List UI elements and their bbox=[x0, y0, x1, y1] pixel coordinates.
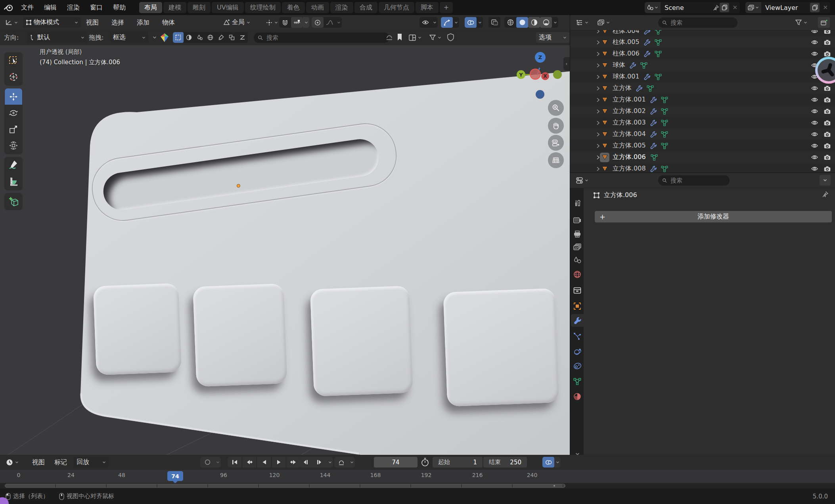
mesh-data-icon[interactable] bbox=[661, 166, 668, 172]
gizmo-axis-x[interactable]: X bbox=[541, 72, 549, 80]
outliner-row[interactable]: 球体.001 bbox=[570, 71, 835, 82]
autokey-record-button[interactable] bbox=[200, 457, 214, 468]
viewport-camera-button[interactable] bbox=[548, 135, 564, 151]
hide-eye-icon[interactable] bbox=[811, 97, 818, 102]
hide-eye-icon[interactable] bbox=[811, 166, 818, 171]
modifier-wrench-icon[interactable] bbox=[643, 73, 651, 80]
timeline-overlay-dropdown[interactable] bbox=[554, 457, 561, 468]
bookmark-icon[interactable] bbox=[396, 33, 403, 41]
modifier-wrench-icon[interactable] bbox=[636, 85, 643, 92]
render-visibility-icon[interactable] bbox=[824, 120, 831, 126]
direction-dropdown[interactable]: 默认 bbox=[27, 32, 87, 43]
tab-scene[interactable] bbox=[571, 254, 584, 266]
tab-physics[interactable] bbox=[571, 345, 584, 358]
brush-icon[interactable] bbox=[216, 32, 226, 43]
expand-icon[interactable] bbox=[596, 75, 600, 79]
hide-eye-icon[interactable] bbox=[811, 109, 818, 114]
render-visibility-icon[interactable] bbox=[824, 97, 831, 103]
expand-icon[interactable] bbox=[596, 109, 600, 114]
workspace-tab-modeling[interactable]: 建模 bbox=[163, 2, 186, 13]
outliner-row[interactable]: 立方体.005 bbox=[570, 140, 835, 151]
sidebar-collapse-tab[interactable]: ‹ bbox=[563, 57, 570, 71]
keying-arch-button[interactable] bbox=[334, 457, 349, 468]
outliner-row[interactable]: 立方体.001 bbox=[570, 94, 835, 105]
jump-to-start-button[interactable] bbox=[228, 457, 242, 468]
tool-search-input[interactable] bbox=[266, 34, 385, 42]
render-visibility-icon[interactable] bbox=[824, 109, 831, 114]
overlays-dropdown[interactable] bbox=[477, 17, 483, 28]
menu-file[interactable]: 文件 bbox=[16, 2, 39, 13]
expand-icon[interactable] bbox=[596, 30, 600, 34]
drag-dropdown[interactable]: 框选 bbox=[110, 32, 148, 43]
gizmo-axis-x-front[interactable] bbox=[530, 69, 541, 80]
shading-rendered-button[interactable] bbox=[540, 17, 552, 28]
tool-add-cube[interactable] bbox=[5, 193, 22, 209]
tab-output[interactable] bbox=[571, 228, 584, 240]
shading-material-button[interactable] bbox=[528, 17, 540, 28]
viewlayer-remove-button[interactable]: ✕ bbox=[820, 4, 830, 11]
modifier-wrench-icon[interactable] bbox=[650, 131, 657, 138]
modifier-wrench-icon[interactable] bbox=[650, 119, 657, 126]
tool-rotate[interactable] bbox=[5, 105, 22, 121]
viewlayer-browse-button[interactable] bbox=[745, 2, 761, 13]
expand-icon[interactable] bbox=[596, 63, 600, 68]
gem-tool-icon[interactable] bbox=[160, 33, 169, 42]
hide-eye-icon[interactable] bbox=[811, 132, 818, 137]
timeline-menu-playback[interactable]: 回放 bbox=[74, 457, 109, 468]
gizmo-dropdown[interactable] bbox=[453, 17, 459, 28]
tab-material[interactable] bbox=[571, 390, 584, 403]
editor-type-properties-button[interactable] bbox=[573, 175, 591, 186]
snap-magnet-toggle[interactable] bbox=[279, 17, 291, 28]
snap-dropdown[interactable] bbox=[303, 17, 309, 28]
modifier-wrench-icon[interactable] bbox=[650, 96, 657, 103]
render-visibility-icon[interactable] bbox=[824, 86, 831, 91]
tool-annotate[interactable] bbox=[5, 157, 22, 173]
viewlayer-new-copy-button[interactable] bbox=[810, 3, 820, 12]
pin-id-icon[interactable] bbox=[822, 191, 828, 197]
autokey-dropdown[interactable] bbox=[214, 457, 221, 468]
sphere-half-icon[interactable] bbox=[184, 32, 194, 43]
tab-view-layer[interactable] bbox=[571, 241, 584, 253]
tool-measure[interactable] bbox=[5, 173, 22, 190]
editor-type-3dviewport-button[interactable] bbox=[2, 17, 21, 28]
prev-keyframe-button[interactable] bbox=[242, 457, 257, 468]
hide-eye-icon[interactable] bbox=[811, 40, 818, 45]
timeline-ruler[interactable]: 0 24 48 96 120 144 168 192 216 240 74 bbox=[0, 470, 835, 483]
step-forward-button[interactable] bbox=[312, 457, 327, 468]
mesh-data-icon[interactable] bbox=[655, 30, 662, 34]
tab-render[interactable] bbox=[571, 214, 584, 226]
workspace-tab-scripting[interactable]: 脚本 bbox=[416, 2, 439, 13]
tab-modifiers[interactable] bbox=[571, 314, 584, 327]
show-hide-button[interactable] bbox=[419, 17, 431, 28]
modifier-wrench-icon[interactable] bbox=[643, 30, 651, 35]
workspace-tab-rendering[interactable]: 渲染 bbox=[330, 2, 353, 13]
viewlayer-name-field[interactable]: ViewLayer bbox=[761, 4, 809, 11]
modifier-wrench-icon[interactable] bbox=[643, 39, 651, 46]
menu-help[interactable]: 帮助 bbox=[108, 2, 131, 13]
workspace-tab-texture-paint[interactable]: 纹理绘制 bbox=[245, 2, 281, 13]
blender-logo[interactable] bbox=[4, 4, 13, 11]
tool-extra-dropdown[interactable] bbox=[151, 32, 158, 43]
workspace-tab-layout[interactable]: 布局 bbox=[139, 2, 162, 13]
globe-icon[interactable] bbox=[205, 32, 216, 43]
mesh-data-icon[interactable] bbox=[640, 62, 647, 69]
mesh-data-icon[interactable] bbox=[661, 131, 668, 138]
shading-wireframe-button[interactable] bbox=[504, 17, 516, 28]
viewport-3d[interactable]: 用户透视 (局部) (74) Collection | 立方体.006 bbox=[0, 45, 570, 455]
properties-search-input[interactable] bbox=[670, 176, 726, 184]
outliner-row[interactable]: 柱体.006 bbox=[570, 48, 835, 59]
expand-icon[interactable] bbox=[596, 98, 600, 102]
outliner-row[interactable]: 立方体.004 bbox=[570, 128, 835, 140]
modifier-wrench-icon[interactable] bbox=[643, 50, 651, 57]
render-visibility-icon[interactable] bbox=[824, 30, 831, 34]
mesh-data-icon[interactable] bbox=[655, 74, 662, 80]
workspace-tab-animation[interactable]: 动画 bbox=[306, 2, 329, 13]
mesh-data-icon[interactable] bbox=[655, 51, 662, 57]
menu-render[interactable]: 渲染 bbox=[62, 2, 85, 13]
new-collection-button[interactable] bbox=[818, 17, 830, 28]
hide-eye-icon[interactable] bbox=[811, 30, 818, 34]
select-box-icon[interactable] bbox=[173, 32, 184, 43]
outliner-display-mode-dropdown[interactable] bbox=[595, 17, 613, 28]
render-visibility-icon[interactable] bbox=[824, 155, 831, 160]
workspace-tab-sculpting[interactable]: 雕刻 bbox=[188, 2, 211, 13]
